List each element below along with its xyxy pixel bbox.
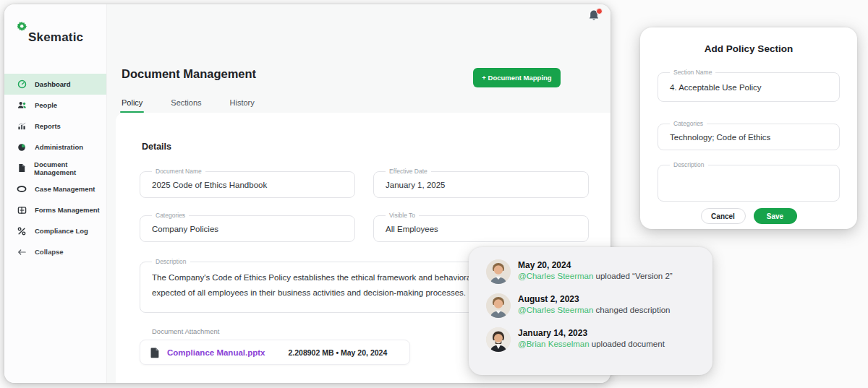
sidebar-item-compliance-log[interactable]: Compliance Log (4, 220, 106, 241)
effective-date-field[interactable]: Effective Date January 1, 2025 (373, 171, 589, 198)
people-icon (17, 100, 27, 111)
attachment-section-label: Document Attachment (152, 327, 219, 335)
avatar-charles-steerman (486, 259, 511, 284)
compliance-icon (17, 226, 27, 236)
notifications-bell-button[interactable] (588, 9, 601, 24)
field-value: Technology; Code of Ethics (670, 133, 770, 142)
field-label: Effective Date (386, 168, 431, 175)
notification-badge (596, 8, 603, 14)
field-label: Categories (152, 212, 189, 219)
tab-policy[interactable]: Policy (122, 98, 142, 113)
avatar-charles-steerman (486, 293, 511, 318)
document-mapping-button[interactable]: + Document Mapping (473, 68, 561, 87)
attachment-file-link[interactable]: Compliance Manual.pptx (167, 348, 265, 357)
field-label: Visible To (386, 212, 419, 219)
document-name-field[interactable]: Document Name 2025 Code of Ethics Handbo… (140, 171, 355, 198)
visible-to-field[interactable]: Visible To All Employees (373, 215, 589, 242)
history-action: uploaded “Version 2” (593, 272, 672, 280)
tab-bar: Policy Sections History (122, 98, 255, 113)
sidebar-item-dashboard[interactable]: Dashboard (4, 74, 106, 95)
gear-logo-icon (17, 22, 28, 35)
case-icon (17, 184, 27, 194)
sidebar: Skematic Dashboard People Reports Admini… (4, 4, 107, 383)
history-action: changed description (593, 306, 670, 314)
field-value: 4. Acceptable Use Policy (670, 83, 762, 92)
modal-title: Add Policy Section (640, 43, 857, 54)
history-date: August 2, 2023 (518, 294, 671, 305)
field-value: All Employees (386, 225, 438, 233)
sidebar-item-label: Forms Management (35, 206, 100, 214)
history-popup: May 20, 2024 @Charles Steerman uploaded … (469, 247, 712, 375)
history-user-mention[interactable]: @Charles Steerman (518, 306, 593, 314)
sidebar-item-administration[interactable]: Administration (4, 137, 106, 158)
dashboard-icon (17, 79, 27, 90)
sidebar-item-label: Reports (35, 122, 61, 130)
cancel-button[interactable]: Cancel (701, 208, 746, 224)
sidebar-item-people[interactable]: People (4, 95, 106, 116)
field-label: Description (670, 161, 708, 168)
save-button[interactable]: Save (754, 208, 797, 224)
details-heading: Details (142, 142, 171, 152)
page-title: Document Management (122, 67, 256, 81)
field-value: January 1, 2025 (386, 181, 445, 189)
sidebar-item-label: People (35, 101, 57, 109)
app-name: Skematic (28, 30, 83, 45)
attachment-card[interactable]: Compliance Manual.pptx 2.208902 MB • May… (140, 340, 410, 365)
history-date: January 14, 2023 (518, 328, 665, 339)
section-name-field[interactable]: Section Name 4. Acceptable Use Policy (658, 72, 840, 102)
file-icon (150, 347, 160, 358)
document-icon (17, 163, 26, 173)
categories-field[interactable]: Categories Company Policies (140, 215, 355, 242)
sidebar-nav: Dashboard People Reports Administration … (4, 74, 106, 262)
sidebar-collapse-button[interactable]: Collapse (4, 241, 106, 262)
sidebar-item-label: Dashboard (35, 80, 71, 88)
reports-icon (17, 121, 27, 132)
avatar-brian-kesselman (486, 327, 511, 352)
sidebar-item-label: Case Management (35, 185, 95, 193)
sidebar-item-label: Collapse (35, 248, 64, 256)
attachment-meta: 2.208902 MB • May 20, 2024 (288, 348, 387, 357)
field-label: Description (152, 258, 190, 265)
field-value: Company Policies (152, 225, 218, 233)
field-value: 2025 Code of Ethics Handbook (152, 181, 267, 189)
add-policy-section-modal: Add Policy Section Section Name 4. Accep… (640, 27, 857, 229)
field-label: Document Name (152, 168, 205, 175)
history-entry: August 2, 2023 @Charles Steerman changed… (486, 293, 712, 318)
forms-icon (17, 205, 27, 215)
sidebar-item-label: Compliance Log (35, 227, 88, 235)
field-label: Section Name (670, 69, 715, 76)
sidebar-item-reports[interactable]: Reports (4, 116, 106, 137)
modal-button-row: Cancel Save (640, 208, 857, 224)
app-logo: Skematic (17, 22, 83, 45)
tab-sections[interactable]: Sections (171, 98, 201, 113)
sidebar-item-forms-management[interactable]: Forms Management (4, 199, 106, 220)
modal-description-field[interactable]: Description (658, 165, 840, 202)
history-entry: January 14, 2023 @Brian Kesselman upload… (486, 327, 712, 352)
sidebar-item-document-management[interactable]: Document Management (4, 158, 106, 178)
history-date: May 20, 2024 (518, 260, 673, 271)
field-label: Categories (670, 120, 707, 127)
modal-categories-field[interactable]: Categories Technology; Code of Ethics (658, 124, 840, 150)
collapse-arrow-icon (17, 247, 27, 257)
history-action: uploaded document (590, 340, 665, 348)
sidebar-item-case-management[interactable]: Case Management (4, 178, 106, 199)
history-user-mention[interactable]: @Brian Kesselman (518, 340, 590, 348)
history-user-mention[interactable]: @Charles Steerman (518, 272, 593, 280)
tab-history[interactable]: History (230, 98, 255, 113)
history-entry: May 20, 2024 @Charles Steerman uploaded … (486, 259, 712, 284)
sidebar-item-label: Administration (35, 143, 83, 151)
sidebar-item-label: Document Management (34, 160, 106, 176)
administration-icon (17, 142, 27, 152)
